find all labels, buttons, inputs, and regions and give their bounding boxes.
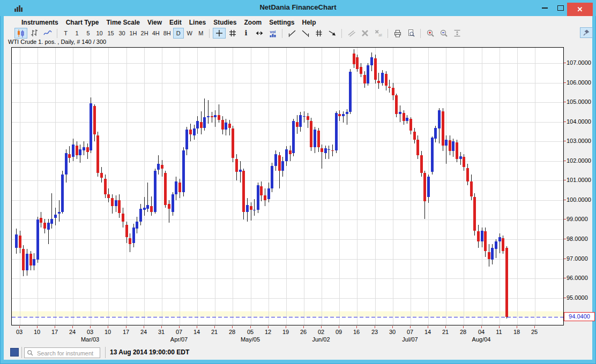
x-axis-tick [356,326,357,328]
y-axis-label: 100.0000 [567,196,591,203]
x-axis-label: 14 [424,329,431,335]
timeframe-15m-button[interactable]: 15 [106,28,116,39]
x-axis-label: 11 [496,329,502,335]
y-axis-label: 105.0000 [567,98,591,105]
y-axis-label: 95.0000 [567,294,588,301]
status-square-button[interactable] [10,348,19,357]
search-icon [27,350,34,357]
app-window: NetDania FinanceChart ✕ InstrumentsChart… [0,0,596,364]
menu-edit[interactable]: Edit [166,18,185,27]
x-axis-tick [108,326,108,328]
y-axis-tick [564,122,566,122]
menu-studies[interactable]: Studies [210,18,240,27]
menu-zoom[interactable]: Zoom [240,18,265,27]
timeframe-30m-button[interactable]: 30 [117,28,128,39]
menu-help[interactable]: Help [298,18,319,27]
timeframe-2h-button[interactable]: 2H [139,28,150,39]
zoom-out-button[interactable] [437,28,450,39]
y-axis-tick [564,63,566,63]
y-axis-tick [564,180,566,180]
y-axis-label: 96.0000 [567,275,588,282]
toolbar: T151015301H2H4H8HDWMivolall [4,27,592,39]
timeframe-10m-button[interactable]: 10 [94,28,105,39]
x-axis-tick [463,326,464,328]
x-axis-label: 30 [389,329,396,335]
x-axis-label: 17 [123,329,129,335]
x-axis-tick [37,326,38,328]
plot-area[interactable] [11,47,564,325]
delete-all-button[interactable]: all [372,28,385,39]
timeframe-monthly-button[interactable]: M [196,28,206,39]
x-axis-label: 04 [478,329,485,335]
x-axis-tick [392,326,393,328]
timeframe-8h-button[interactable]: 8H [162,28,173,39]
minimize-button[interactable] [537,0,552,16]
x-axis-tick [144,326,144,328]
y-axis-tick [564,239,566,239]
scroll-arrows-button[interactable] [253,28,266,39]
pointer-arrow-button[interactable] [326,28,339,39]
crosshair-button[interactable] [213,28,226,39]
timeframe-daily-button[interactable]: D [173,28,184,39]
pin-button[interactable] [580,27,593,38]
x-axis-tick [19,326,20,328]
trend-line-button[interactable] [286,28,299,39]
volume-button[interactable]: vol [266,28,279,39]
toolbar-separator [209,29,210,38]
x-axis-label: 17 [51,329,58,335]
grid-button[interactable] [226,28,239,39]
timeframe-tick-button[interactable]: T [61,28,71,39]
timeframe-1h-button[interactable]: 1H [128,28,139,39]
menu-view[interactable]: View [144,18,166,27]
search-input[interactable] [36,348,100,358]
zoom-in-button[interactable] [424,28,437,39]
x-axis-month-label: Mar/03 [81,336,99,343]
x-axis-tick [90,326,91,328]
x-axis-label: 10 [105,329,111,335]
x-axis-tick [286,326,286,328]
x-axis-label: 19 [282,329,289,335]
svg-text:all: all [378,33,382,37]
x-axis-label: 24 [69,329,76,335]
x-axis-label: 21 [211,329,218,335]
x-axis-label: 24 [140,329,147,335]
print-preview-button[interactable] [405,28,418,39]
close-button[interactable]: ✕ [567,3,593,16]
pin-button-slot [579,27,593,38]
fit-vertical-button[interactable] [451,28,464,39]
candlestick-chart [12,48,563,325]
maximize-button[interactable] [554,0,568,16]
x-axis-tick [517,326,517,328]
x-axis-label: 28 [460,329,466,335]
menu-lines[interactable]: Lines [185,18,210,27]
x-axis-label: 21 [442,329,449,335]
menu-instruments[interactable]: Instruments [18,18,62,27]
x-axis-tick [321,326,322,328]
timeframe-weekly-button[interactable]: W [184,28,195,39]
menu-time-scale[interactable]: Time Scale [102,18,143,27]
timeframe-5m-button[interactable]: 5 [83,28,94,39]
status-datetime: 13 Aug 2014 19:00:00 EDT [110,348,189,356]
y-axis-tick [564,141,566,141]
print-button[interactable] [391,28,404,39]
channel-button[interactable] [312,28,325,39]
delete-line-button[interactable] [359,28,371,39]
x-axis-label: 16 [353,329,360,335]
timeframe-4h-button[interactable]: 4H [151,28,161,39]
trend-line-2-button[interactable] [299,28,312,39]
x-axis-label: 03 [87,329,93,335]
parallel-lines-button[interactable] [345,28,358,39]
bar-chart-button[interactable] [28,28,41,39]
x-axis-label: 05 [247,329,254,335]
x-axis-tick [179,326,180,328]
x-axis-tick [410,326,411,328]
y-axis-tick [564,219,566,219]
line-chart-button[interactable] [41,28,54,39]
menu-settings[interactable]: Settings [265,18,298,27]
candlestick-chart-button[interactable] [14,28,27,39]
info-button[interactable]: i [240,28,252,39]
menu-chart-type[interactable]: Chart Type [62,18,103,27]
timeframe-1m-button[interactable]: 1 [72,28,83,39]
y-axis-tick [564,161,566,161]
y-axis-label: 107.0000 [567,59,591,66]
